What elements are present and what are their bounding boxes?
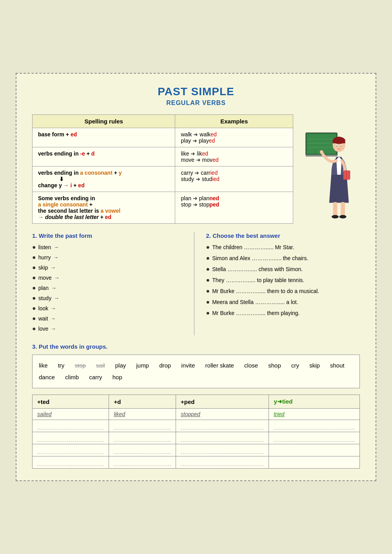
bullet-icon: ●	[206, 244, 210, 251]
spelling-section: Spelling rules Examples base form + ed w…	[32, 114, 360, 224]
list-item: ● Mr Burke …………..... them playing.	[206, 310, 360, 317]
group-cell	[176, 420, 269, 432]
word-bank-item: roller skate	[205, 362, 234, 369]
exercise-2-list: ● The children …………..... Mr Star.● Simon…	[206, 244, 360, 317]
bullet-icon: ●	[206, 277, 210, 284]
exercise-2-title: 2. Choose the best answer	[206, 232, 360, 239]
group-cell	[269, 432, 360, 444]
word-bank-item: drop	[159, 362, 171, 369]
word-bank-item: climb	[65, 374, 79, 380]
bullet-icon: ●	[32, 295, 36, 302]
svg-rect-5	[306, 155, 337, 156]
svg-point-11	[341, 145, 342, 147]
table-row	[33, 456, 360, 469]
group-example: sailed	[33, 409, 109, 420]
word-bank-item: dance	[39, 374, 55, 380]
group-cell	[109, 432, 176, 444]
example-1: walk ➜ walked play ➜ played	[175, 128, 293, 147]
table-row: base form + ed walk ➜ walked play ➜ play…	[33, 128, 293, 147]
bullet-icon: ●	[206, 288, 210, 295]
exercise-3-title: 3. Put the words in groups.	[32, 343, 360, 350]
group-example: liked	[109, 409, 176, 420]
group-cell	[33, 444, 109, 456]
word-bank-item: stop	[75, 362, 86, 369]
exercise-3-section: 3. Put the words in groups. like try sto…	[32, 343, 360, 469]
group-cell	[33, 432, 109, 444]
rule-highlight: ed	[71, 131, 77, 138]
exercise-2-section: 2. Choose the best answer ● The children…	[202, 232, 360, 335]
word-bank-item: try	[58, 362, 65, 369]
word-bank: like try stop sail play jump drop invite…	[32, 355, 360, 388]
rule-2: verbs ending in -e + d	[33, 147, 175, 167]
exercise-1-title: 1. Write the past form	[32, 232, 186, 239]
word-bank-item: close	[244, 362, 258, 369]
bullet-icon: ●	[206, 310, 210, 317]
table-row	[33, 444, 360, 456]
list-item: ● wait →	[32, 315, 186, 322]
table-row: verbs ending in -e + d like ➜ liked move…	[33, 147, 293, 167]
group-col4-header: y➜tied	[269, 395, 360, 409]
list-item: ● skip →	[32, 264, 186, 271]
list-item: ● love →	[32, 325, 186, 332]
list-item: ● listen →	[32, 244, 186, 251]
group-cell	[176, 444, 269, 456]
example-2: like ➜ liked move ➜ moved	[175, 147, 293, 167]
table-row: verbs ending in a consonant + y ⬇ change…	[33, 167, 293, 192]
list-item: ● look →	[32, 305, 186, 312]
group-cell	[109, 420, 176, 432]
rule-4: Some verbs ending in a single consonant …	[33, 192, 175, 224]
svg-point-10	[336, 145, 338, 147]
exercise-1-section: 1. Write the past form ● listen →● hurry…	[32, 232, 194, 335]
group-cell	[33, 420, 109, 432]
exercise-1-list: ● listen →● hurry →● skip →● move →● pla…	[32, 244, 186, 332]
example-4: plan ➜ planned stop ➜ stopped	[175, 192, 293, 224]
word-bank-item: like	[39, 362, 48, 369]
word-bank-item: shop	[268, 362, 281, 369]
group-cell	[176, 456, 269, 469]
svg-point-15	[339, 215, 347, 219]
rule-3: verbs ending in a consonant + y ⬇ change…	[33, 167, 175, 192]
spelling-col1-header: Spelling rules	[33, 115, 175, 128]
group-cell	[176, 432, 269, 444]
table-row	[33, 432, 360, 444]
example-3: carry ➜ carried study ➜ studied	[175, 167, 293, 192]
bullet-icon: ●	[206, 255, 210, 262]
bullet-icon: ●	[32, 305, 36, 312]
bullet-icon: ●	[32, 264, 36, 271]
word-bank-item: hop	[113, 374, 122, 380]
list-item: ● Mr Burke …………..... them to do a musica…	[206, 288, 360, 295]
list-item: ● They …………..... to play table tennis.	[206, 277, 360, 284]
svg-point-19	[320, 150, 323, 154]
svg-point-14	[332, 215, 339, 219]
bullet-icon: ●	[32, 274, 36, 281]
group-col2-header: +d	[109, 395, 176, 409]
bullet-icon: ●	[206, 299, 210, 306]
group-col3-header: +ped	[176, 395, 269, 409]
word-bank-item: invite	[181, 362, 195, 369]
spelling-col2-header: Examples	[175, 115, 293, 128]
group-cell	[109, 456, 176, 469]
page: PAST SIMPLE REGULAR VERBS Spelling rules…	[16, 73, 376, 481]
word-bank-item: sail	[96, 362, 105, 369]
spelling-table: Spelling rules Examples base form + ed w…	[32, 114, 293, 224]
table-row: Some verbs ending in a single consonant …	[33, 192, 293, 224]
group-cell	[33, 456, 109, 469]
list-item: ● Simon and Alex …………..... the chairs.	[206, 255, 360, 262]
bullet-icon: ●	[32, 244, 36, 251]
table-row	[33, 420, 360, 432]
bullet-icon: ●	[32, 315, 36, 322]
bullet-icon: ●	[206, 266, 210, 273]
group-example: stopped	[176, 409, 269, 420]
group-cell	[269, 456, 360, 469]
list-item: ● Stella …………..... chess with Simon.	[206, 266, 360, 273]
word-bank-item: carry	[89, 374, 102, 380]
svg-rect-13	[341, 202, 345, 216]
rule-1: base form + ed	[33, 128, 175, 147]
svg-rect-12	[333, 202, 338, 216]
word-bank-item: cry	[291, 362, 299, 369]
group-cell	[269, 420, 360, 432]
list-item: ● move →	[32, 274, 186, 281]
list-item: ● Meera and Stella …………..... a lot.	[206, 299, 360, 306]
bullet-icon: ●	[32, 325, 36, 332]
exercises-section: 1. Write the past form ● listen →● hurry…	[32, 232, 360, 335]
